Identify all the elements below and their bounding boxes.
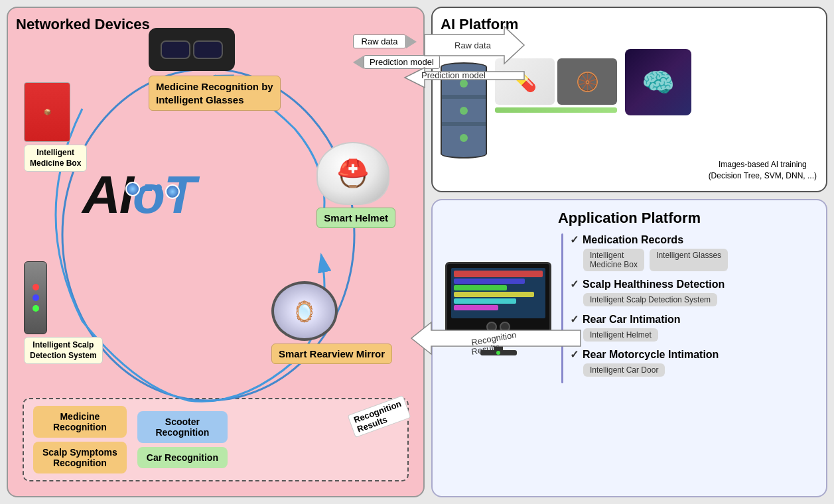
raw-data-arrow-head (406, 35, 417, 48)
database-icon (441, 62, 487, 158)
database-section: Database (441, 45, 487, 158)
rear-car-title: ✓ Rear Car Intimation (570, 313, 817, 326)
raw-data-arrow: Raw data (353, 34, 440, 48)
app-platform-title: Application Platform (442, 210, 817, 227)
right-panels: AI Platform Raw data Prediction model Da… (431, 7, 827, 497)
glasses-lens (161, 40, 223, 59)
scooter-recognition-box: ScooterRecognition (137, 411, 228, 443)
monitor-base (480, 350, 517, 355)
rearview-mirror-device: 🪞 Smart Rearview Mirror (271, 281, 392, 364)
motorcycle-text: Rear Motorcycle Intimation (583, 349, 719, 361)
tag-medicine-box: IntelligentMedicine Box (583, 249, 644, 271)
db-mid-2 (441, 99, 487, 122)
monitor-screen (451, 268, 545, 318)
app-item-rear-car: ✓ Rear Car Intimation Intelligent Helmet (570, 313, 817, 342)
ai-images-section: 💊 🛞 (495, 58, 617, 113)
ai-platform-content: Database 💊 🛞 (441, 38, 818, 158)
prediction-model-arrow: Prediction model (353, 55, 440, 69)
db-mid-3 (441, 126, 487, 149)
networked-devices-panel: Networked Devices (7, 7, 425, 497)
raw-data-label: Raw data (353, 34, 406, 48)
aiot-dot1 (145, 184, 152, 191)
motorcycle-tags: Intelligent Car Door (583, 363, 817, 377)
smart-helmet-device: ⛑️ Smart Helmet (316, 142, 395, 228)
db-top (441, 62, 487, 72)
recognition-box: MedicineRecognition Scalp SymptomsRecogn… (23, 398, 409, 481)
prediction-model-label: Prediction model (364, 55, 440, 69)
scalp-recognition-box: Scalp SymptomsRecognition (33, 442, 127, 473)
rear-car-tags: Intelligent Helmet (583, 328, 817, 342)
scalp-device-button3 (33, 305, 39, 312)
medication-text: Medication Records (583, 234, 683, 246)
ai-training-label: Images-based AI training(Decision Tree, … (709, 159, 817, 182)
medication-tags: IntelligentMedicine Box Intelligent Glas… (583, 249, 817, 271)
app-items: ✓ Medication Records IntelligentMedicine… (570, 233, 817, 383)
check-icon-3: ✓ (570, 313, 579, 326)
rear-car-text: Rear Car Intimation (583, 314, 681, 326)
screen-row-2 (454, 279, 525, 284)
ai-platform-title: AI Platform (441, 16, 818, 33)
scalp-tags: Intelligent Scalp Detection System (583, 293, 817, 306)
lens-left (161, 40, 190, 59)
db-mid-1 (441, 72, 487, 95)
ai-text: AI (82, 165, 133, 224)
tag-helmet: Intelligent Helmet (583, 328, 658, 342)
mirror-reflection: 🪞 (292, 300, 316, 323)
monitor-body (445, 262, 551, 338)
main-container: Networked Devices (0, 0, 834, 504)
medication-title: ✓ Medication Records (570, 233, 817, 246)
screen-row-1 (454, 271, 543, 277)
smart-helmet-label: Smart Helmet (316, 208, 395, 228)
scalp-title: ✓ Scalp Healthiness Detection (570, 278, 817, 290)
monitor-button2 (500, 322, 510, 332)
aiot-text: AIoT (82, 168, 195, 221)
medicine-recognition-text: Medicine Recognition byIntelligent Glass… (149, 76, 281, 111)
tire-image: 🛞 (557, 58, 617, 105)
app-platform-panel: Application Platform (431, 199, 827, 497)
aiot-globe2 (165, 184, 180, 199)
aiot-globe (125, 182, 140, 196)
brain-section (625, 49, 691, 115)
db-bot (441, 149, 487, 158)
other-recognition-boxes: ScooterRecognition Car Recognition (137, 411, 228, 468)
database-label: Database (441, 45, 487, 56)
tag-scalp-system: Intelligent Scalp Detection System (583, 293, 717, 306)
motorcycle-title: ✓ Rear Motorcycle Intimation (570, 348, 817, 361)
check-icon-2: ✓ (570, 278, 579, 290)
ai-images-row: 💊 🛞 (495, 58, 617, 105)
mirror-image: 🪞 (271, 281, 338, 341)
scalp-detection-label: Intelligent ScalpDetection System (24, 337, 103, 364)
ai-platform-panel: AI Platform Raw data Prediction model Da… (431, 7, 827, 192)
pills-image: 💊 (495, 58, 555, 105)
app-monitor-section (442, 233, 555, 383)
app-divider (561, 233, 563, 383)
medicine-recognition-box: MedicineRecognition (33, 406, 127, 438)
medicine-box-label: IntelligentMedicine Box (24, 145, 87, 172)
scalp-health-text: Scalp Healthiness Detection (583, 279, 725, 290)
aiot-dot2 (155, 184, 162, 191)
scalp-device-button2 (33, 294, 39, 301)
screen-row-5 (454, 298, 516, 304)
medicine-recognition-label: Medicine Recognition byIntelligent Glass… (149, 76, 281, 111)
scalp-detection-device: Intelligent ScalpDetection System (24, 261, 103, 364)
helmet-image: ⛑️ (316, 142, 389, 205)
tag-glasses: Intelligent Glasses (650, 249, 728, 271)
smart-glasses-device (149, 28, 235, 71)
app-item-motorcycle: ✓ Rear Motorcycle Intimation Intelligent… (570, 348, 817, 377)
glasses-image (149, 28, 235, 71)
screen-row-6 (454, 305, 498, 310)
monitor-controls (451, 322, 545, 332)
left-content: Networked Devices (16, 16, 415, 488)
prediction-model-arrow-head (353, 56, 364, 69)
monitor-stand (494, 338, 503, 350)
screen-row-4 (454, 292, 534, 297)
scalp-device-image (24, 261, 47, 334)
app-item-medication: ✓ Medication Records IntelligentMedicine… (570, 233, 817, 271)
tag-car-door: Intelligent Car Door (583, 363, 665, 377)
app-item-scalp: ✓ Scalp Healthiness Detection Intelligen… (570, 278, 817, 306)
check-icon-1: ✓ (570, 233, 579, 246)
monitor-wrapper (445, 262, 551, 355)
iot-text: oT (133, 165, 195, 224)
screen-row-3 (454, 285, 507, 290)
medicine-box-device: 📦 IntelligentMedicine Box (24, 82, 87, 172)
